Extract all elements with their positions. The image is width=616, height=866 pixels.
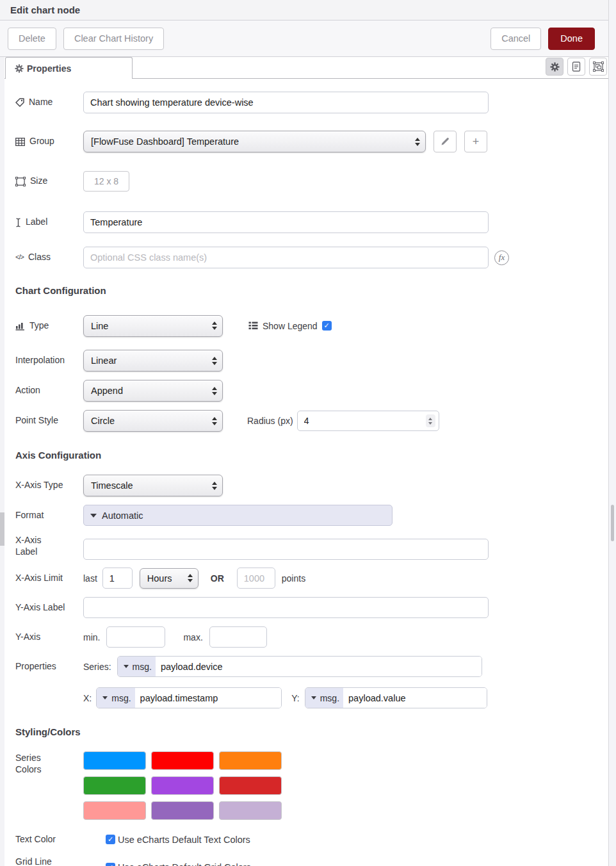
series-color-swatch-5[interactable]	[151, 776, 214, 795]
x-prefix-label: msg.	[111, 693, 131, 703]
y-axis-label-label: Y-Axis Label	[15, 602, 83, 614]
y-typed-input: msg.	[305, 687, 487, 708]
vertical-scrollbar[interactable]	[608, 0, 616, 866]
label-label-group: Label	[15, 206, 83, 238]
size-button[interactable]: 12 x 8	[83, 171, 129, 192]
properties-form: Name Group [FlowFuse Dashboa	[0, 79, 616, 866]
series-color-swatch-1[interactable]	[83, 751, 146, 770]
series-color-swatch-7[interactable]	[83, 801, 146, 820]
properties-gear-button[interactable]	[546, 58, 563, 76]
code-icon: </>	[15, 253, 24, 262]
radius-input[interactable]	[297, 411, 439, 431]
series-color-swatch-9[interactable]	[219, 801, 282, 820]
series-color-swatch-8[interactable]	[151, 801, 214, 820]
x-property-input[interactable]	[135, 688, 282, 708]
grid-color-checkbox[interactable]	[106, 863, 115, 866]
show-legend-checkbox[interactable]	[322, 321, 332, 331]
type-selected-value: Line	[91, 321, 207, 331]
series-color-swatch-3[interactable]	[219, 751, 282, 770]
tab-properties-label: Properties	[27, 63, 71, 74]
action-label: Action	[15, 385, 83, 396]
interpolation-selected-value: Linear	[91, 355, 207, 366]
chart-configuration-heading: Chart Configuration	[15, 285, 601, 296]
series-color-swatch-4[interactable]	[83, 776, 146, 795]
action-select[interactable]: Append	[83, 380, 223, 402]
done-button[interactable]: Done	[548, 28, 595, 50]
appearance-button[interactable]	[589, 58, 607, 76]
x-axis-limit-last-input[interactable]	[102, 568, 133, 589]
point-style-selected-value: Circle	[91, 416, 207, 426]
y-axis-label-row: Y-Axis Label	[15, 597, 601, 618]
series-typed-input: msg.	[117, 656, 482, 677]
edit-group-button[interactable]	[434, 131, 457, 152]
select-arrows-icon	[415, 138, 420, 146]
tab-properties[interactable]: Properties	[5, 57, 133, 79]
x-axis-limit-unit-select[interactable]: Hours	[140, 568, 199, 589]
tray-resize-grip[interactable]	[0, 512, 4, 546]
y-axis-max-input[interactable]	[209, 626, 267, 648]
x-axis-type-label: X-Axis Type	[15, 480, 83, 491]
type-label-group: Type	[15, 310, 83, 341]
fx-expression-icon: fx	[494, 250, 509, 265]
group-select[interactable]: [FlowFuse Dashboard] Temperature	[83, 131, 426, 152]
properties-xy-row: X: msg. Y: msg.	[15, 687, 601, 708]
y-axis-label-input[interactable]	[83, 597, 489, 618]
x-axis-type-row: X-Axis Type Timescale	[15, 475, 601, 496]
description-button[interactable]	[567, 58, 585, 76]
pencil-icon	[441, 137, 450, 146]
chevron-down-icon	[90, 514, 97, 518]
class-input[interactable]	[83, 247, 489, 268]
y-axis-min-input[interactable]	[106, 626, 165, 648]
type-label: Type	[29, 320, 49, 332]
type-select[interactable]: Line	[83, 315, 223, 337]
y-axis-min-label: min.	[83, 632, 100, 642]
plus-icon: +	[473, 135, 480, 149]
y-property-label: Y:	[291, 693, 299, 703]
scrollbar-thumb[interactable]	[611, 505, 614, 541]
clear-chart-history-button[interactable]: Clear Chart History	[63, 28, 164, 50]
select-arrows-icon	[212, 357, 217, 365]
text-color-checkbox[interactable]	[106, 835, 115, 844]
label-row: Label	[15, 206, 601, 238]
object-group-icon	[593, 61, 604, 72]
type-row: Type Line Show Legend	[15, 310, 601, 341]
add-group-button[interactable]: +	[464, 131, 487, 152]
series-color-swatch-2[interactable]	[151, 751, 214, 770]
show-legend-label: Show Legend	[263, 321, 318, 331]
interpolation-select[interactable]: Linear	[83, 350, 223, 372]
series-color-swatch-6[interactable]	[219, 776, 282, 795]
x-axis-limit-label: X-Axis Limit	[15, 573, 83, 584]
series-prefix-label: msg.	[133, 662, 152, 672]
select-arrows-icon	[212, 387, 217, 395]
point-style-row: Point Style Circle Radius (px)	[15, 410, 601, 432]
radius-input-wrap	[297, 411, 439, 431]
edit-chart-node-dialog: Edit chart node Delete Clear Chart Histo…	[0, 0, 616, 866]
x-axis-limit-points-input[interactable]	[237, 568, 275, 589]
series-colors-row: Series Colors	[15, 751, 601, 820]
object-group-icon	[15, 165, 26, 197]
properties-series-row: Properties Series: msg.	[15, 656, 601, 677]
x-axis-type-select[interactable]: Timescale	[83, 475, 223, 496]
select-arrows-icon	[212, 482, 217, 490]
series-type-dropdown[interactable]: msg.	[118, 657, 156, 676]
format-row: Format Automatic	[15, 505, 601, 526]
name-label-group: Name	[15, 86, 83, 118]
series-colors-label: Series Colors	[15, 753, 83, 775]
i-cursor-icon	[15, 206, 21, 238]
series-input[interactable]	[156, 657, 482, 676]
y-axis-label: Y-Axis	[15, 632, 83, 643]
name-input[interactable]	[83, 92, 489, 113]
axis-configuration-heading: Axis Configuration	[15, 450, 601, 461]
x-type-dropdown[interactable]: msg.	[97, 688, 134, 708]
format-dropdown[interactable]: Automatic	[83, 505, 393, 526]
y-property-input[interactable]	[343, 688, 487, 708]
class-label: Class	[28, 252, 51, 263]
label-input[interactable]	[83, 211, 489, 233]
tray-resize-strip[interactable]	[0, 57, 4, 866]
point-style-select[interactable]: Circle	[83, 410, 223, 432]
x-axis-label-input[interactable]	[83, 539, 489, 560]
delete-button[interactable]: Delete	[8, 28, 56, 50]
y-type-dropdown[interactable]: msg.	[305, 688, 343, 708]
number-stepper-icon[interactable]	[426, 414, 435, 427]
cancel-button[interactable]: Cancel	[490, 28, 541, 50]
